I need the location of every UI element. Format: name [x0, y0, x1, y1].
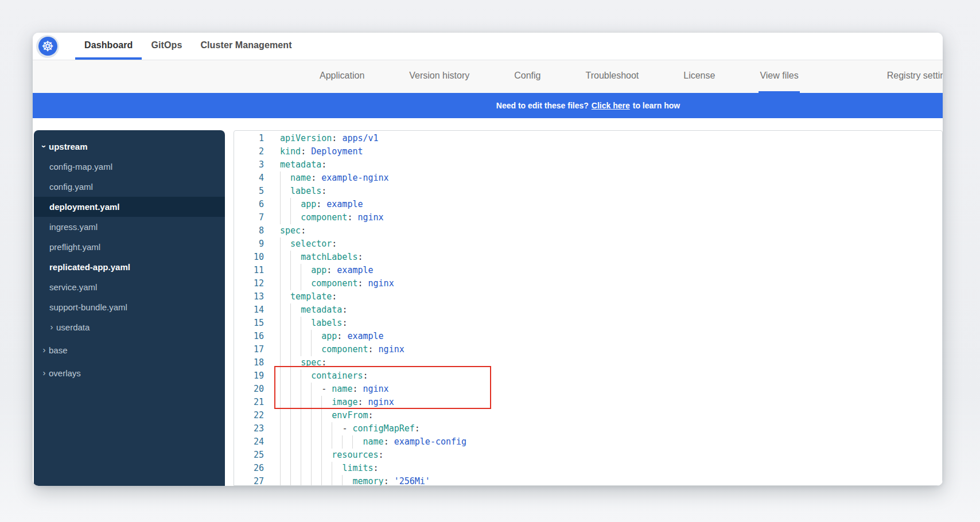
banner-click-here-link[interactable]: Click here [592, 101, 630, 110]
indent-guide [321, 422, 322, 435]
yaml-key: envFrom [332, 410, 368, 420]
indent-guide [311, 475, 312, 486]
tab-view-files[interactable]: View files [759, 60, 799, 93]
yaml-value: nginx [357, 212, 383, 223]
yaml-colon: : [342, 305, 347, 315]
tab-registry-settings[interactable]: Registry settings [886, 60, 943, 93]
tree-file-preflight-yaml[interactable]: preflight.yaml [34, 237, 225, 257]
indent-guide [280, 264, 281, 277]
yaml-key: name [363, 437, 384, 447]
indent-guide [301, 409, 301, 422]
code-content: component: nginx [280, 211, 384, 224]
indent-guide [290, 317, 291, 330]
tree-item-label: overlays [49, 368, 81, 378]
indent-guide [290, 422, 291, 435]
indent-guide [280, 277, 281, 290]
code-content: selector: [280, 237, 337, 251]
line-number: 26 [234, 462, 264, 475]
indent-guide [280, 290, 281, 303]
nav-item-gitops[interactable]: GitOps [142, 33, 191, 60]
code-content: template: [280, 290, 337, 303]
tab-config[interactable]: Config [513, 60, 542, 93]
yaml-colon: : [321, 357, 326, 368]
tree-folder-base[interactable]: ›base [34, 340, 225, 360]
code-line-14: 14 metadata: [234, 303, 942, 317]
indent-guide [280, 475, 281, 486]
yaml-key: template [290, 291, 332, 302]
indent-guide [280, 237, 281, 251]
indent-guide [290, 211, 291, 224]
tree-item-label: config-map.yaml [49, 162, 112, 172]
tree-file-support-bundle-yaml[interactable]: support-bundle.yaml [34, 297, 225, 317]
indent-guide [332, 422, 332, 435]
nav-item-dashboard[interactable]: Dashboard [75, 33, 142, 60]
code-line-17: 17 component: nginx [234, 343, 942, 356]
tree-item-label: config.yaml [49, 182, 93, 192]
tab-troubleshoot[interactable]: Troubleshoot [584, 60, 640, 93]
tab-version-history[interactable]: Version history [408, 60, 470, 93]
indent-guide [280, 396, 281, 409]
yaml-value: nginx [363, 384, 389, 394]
yaml-value: Deployment [311, 146, 363, 157]
code-line-18: 18 spec: [234, 356, 942, 369]
tree-file-config-map-yaml[interactable]: config-map.yaml [34, 157, 225, 177]
yaml-key: labels [290, 186, 321, 196]
tree-folder-userdata[interactable]: ›userdata [34, 317, 225, 337]
yaml-file-viewer[interactable]: 1apiVersion: apps/v12kind: Deployment3me… [234, 130, 943, 486]
chevron-right-icon: › [41, 345, 47, 354]
yaml-key: app [321, 331, 337, 341]
nav-item-cluster-management[interactable]: Cluster Management [191, 33, 301, 60]
kots-admin-page: ☸ DashboardGitOpsCluster Management Appl… [0, 0, 980, 522]
line-number: 5 [234, 185, 264, 198]
tree-folder-upstream[interactable]: ›upstream [34, 137, 225, 157]
indent-guide [301, 330, 301, 343]
tab-application[interactable]: Application [318, 60, 365, 93]
line-number: 24 [234, 435, 264, 449]
indent-guide [280, 330, 281, 343]
yaml-colon: : [321, 186, 326, 196]
yaml-key: apiVersion [280, 133, 332, 143]
indent-guide [290, 449, 291, 462]
yaml-key: kind [280, 146, 301, 157]
tree-item-label: service.yaml [49, 282, 97, 292]
code-line-25: 25 resources: [234, 449, 942, 462]
indent-guide [352, 435, 353, 449]
yaml-key: app [311, 265, 326, 275]
indent-guide [290, 396, 291, 409]
indent-guide [301, 475, 301, 486]
indent-guide [321, 435, 322, 449]
yaml-colon: : [342, 318, 347, 328]
yaml-colon: : [316, 199, 321, 209]
yaml-colon: : [332, 133, 337, 143]
code-line-8: 8spec: [234, 224, 942, 237]
tab-license[interactable]: License [682, 60, 716, 93]
tree-file-replicated-app-yaml[interactable]: replicated-app.yaml [34, 257, 225, 277]
indent-guide [311, 435, 312, 449]
code-content: app: example [280, 330, 384, 343]
tree-file-config-yaml[interactable]: config.yaml [34, 177, 225, 197]
tree-folder-overlays[interactable]: ›overlays [34, 363, 225, 383]
code-line-23: 23 - configMapRef: [234, 422, 942, 435]
kubernetes-logo[interactable]: ☸ [36, 35, 59, 58]
yaml-value: nginx [368, 278, 394, 289]
tree-file-deployment-yaml[interactable]: deployment.yaml [34, 197, 225, 217]
line-number: 27 [234, 475, 264, 486]
indent-guide [280, 422, 281, 435]
indent-guide [321, 396, 322, 409]
indent-guide [280, 383, 281, 396]
indent-guide [280, 198, 281, 211]
code-content: matchLabels: [280, 251, 363, 264]
yaml-value: '256Mi' [394, 476, 430, 486]
line-number: 25 [234, 449, 264, 462]
yaml-colon: : [311, 173, 316, 183]
yaml-key: selector [290, 239, 332, 249]
app-card: ☸ DashboardGitOpsCluster Management Appl… [33, 33, 943, 486]
indent-guide [280, 343, 281, 356]
indent-guide [280, 369, 281, 383]
tree-file-ingress-yaml[interactable]: ingress.yaml [34, 217, 225, 237]
tree-file-service-yaml[interactable]: service.yaml [34, 277, 225, 297]
yaml-key: metadata [301, 305, 342, 315]
indent-guide [301, 383, 301, 396]
yaml-colon: : [326, 265, 332, 275]
yaml-colon: : [368, 410, 374, 420]
